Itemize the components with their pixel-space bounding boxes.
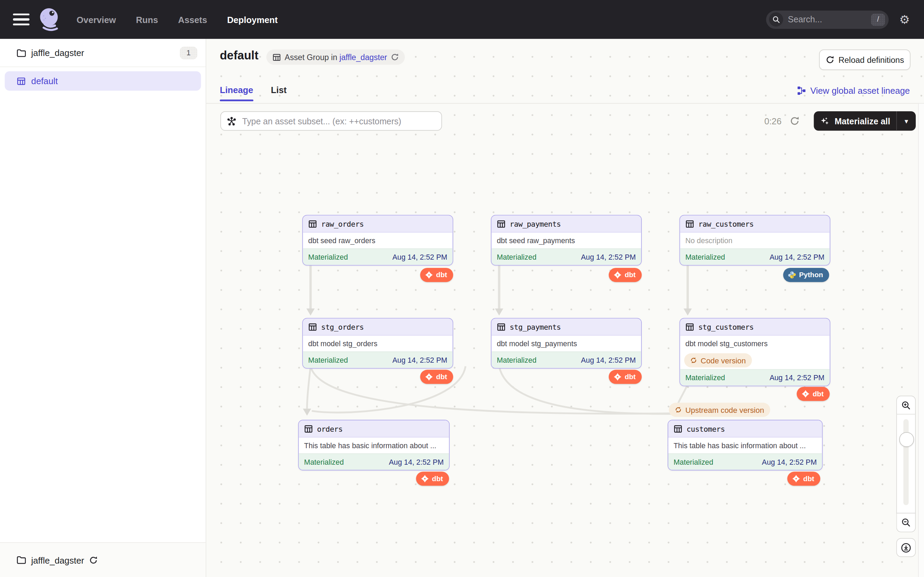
python-kind-badge[interactable]: Python: [783, 268, 829, 282]
asset-description: dbt model stg_payments: [491, 335, 641, 351]
asset-node-orders[interactable]: orders This table has basic information …: [298, 420, 450, 470]
code-version-icon: [675, 406, 682, 414]
asset-description: dbt seed raw_payments: [491, 232, 641, 248]
code-version-icon: [690, 357, 697, 364]
status-badge: Materialized: [309, 253, 348, 261]
settings-gear-icon[interactable]: ⚙: [899, 13, 910, 25]
asset-subset-input[interactable]: [241, 116, 436, 126]
materialized-timestamp[interactable]: Aug 14, 2:52 PM: [393, 253, 447, 261]
group-tag-link[interactable]: jaffle_dagster: [339, 53, 388, 61]
dbt-kind-badge[interactable]: dbt: [416, 472, 449, 486]
dagster-logo-icon[interactable]: [36, 6, 62, 32]
zoom-in-button[interactable]: [896, 396, 916, 414]
zoom-out-button[interactable]: [896, 514, 916, 532]
reload-definitions-button[interactable]: Reload definitions: [819, 50, 911, 70]
search-placeholder: Search...: [788, 15, 871, 24]
header-divider: [205, 103, 924, 104]
dbt-kind-badge[interactable]: dbt: [420, 370, 453, 384]
refresh-icon[interactable]: [89, 555, 98, 564]
nav-item-deployment[interactable]: Deployment: [227, 15, 278, 24]
op-selector-icon: [227, 116, 236, 126]
upstream-code-version-tag[interactable]: Upstream code version: [669, 403, 770, 417]
table-icon: [685, 322, 695, 331]
upstream-code-version-label: Upstream code version: [685, 405, 764, 414]
asset-name: customers: [687, 424, 725, 433]
code-location-label: jaffle_dagster: [31, 48, 84, 58]
nav-item-runs[interactable]: Runs: [136, 15, 158, 24]
dbt-kind-badge[interactable]: dbt: [797, 387, 829, 401]
table-icon: [497, 219, 506, 228]
asset-name: stg_orders: [321, 322, 364, 331]
materialized-timestamp[interactable]: Aug 14, 2:52 PM: [770, 253, 825, 261]
asset-node-stg-customers[interactable]: stg_customers dbt model stg_customers Co…: [680, 318, 830, 386]
view-global-asset-lineage-link[interactable]: View global asset lineage: [797, 85, 910, 95]
asset-node-raw-payments[interactable]: raw_payments dbt seed raw_payments Mater…: [491, 215, 642, 266]
asset-description: dbt model stg_customers: [680, 335, 829, 351]
materialized-timestamp[interactable]: Aug 14, 2:52 PM: [770, 374, 825, 382]
materialize-all-button[interactable]: Materialize all ▾: [814, 111, 916, 131]
asset-description: dbt model stg_orders: [303, 335, 452, 351]
reload-definitions-label: Reload definitions: [838, 55, 904, 64]
dbt-kind-badge[interactable]: dbt: [787, 472, 820, 486]
asset-node-customers[interactable]: customers This table has basic informati…: [667, 420, 822, 470]
dagster-app: Overview Runs Assets Deployment Search..…: [0, 0, 924, 577]
tab-lineage[interactable]: Lineage: [220, 85, 253, 95]
status-badge: Materialized: [304, 458, 344, 466]
table-icon: [674, 424, 682, 433]
materialized-timestamp[interactable]: Aug 14, 2:52 PM: [389, 458, 444, 466]
sidebar-code-location[interactable]: jaffle_dagster 1: [0, 39, 205, 67]
asset-name: raw_payments: [510, 219, 561, 228]
table-icon: [309, 322, 317, 331]
group-count-badge: 1: [180, 47, 197, 60]
status-badge: Materialized: [674, 458, 713, 466]
refresh-icon[interactable]: [790, 116, 800, 126]
refresh-timer: 0:26: [764, 116, 781, 126]
asset-name: raw_orders: [321, 219, 364, 228]
asset-node-raw-customers[interactable]: raw_customers No description Materialize…: [680, 215, 830, 266]
asset-name: stg_payments: [510, 322, 561, 331]
search-input[interactable]: Search... /: [766, 10, 889, 29]
tab-list[interactable]: List: [271, 85, 287, 95]
table-icon: [304, 424, 313, 433]
materialized-timestamp[interactable]: Aug 14, 2:52 PM: [581, 253, 636, 261]
materialized-timestamp[interactable]: Aug 14, 2:52 PM: [581, 356, 636, 364]
footer-code-location-label: jaffle_dagster: [31, 555, 84, 565]
asset-group-icon: [16, 76, 26, 85]
sparkles-icon: [820, 116, 830, 126]
zoom-slider-track[interactable]: [896, 414, 916, 514]
download-image-button[interactable]: [896, 538, 916, 557]
nav-item-assets[interactable]: Assets: [178, 15, 207, 24]
search-shortcut-key: /: [871, 13, 885, 26]
code-version-tag[interactable]: Code version: [684, 353, 751, 367]
asset-node-stg-orders[interactable]: stg_orders dbt model stg_orders Material…: [302, 318, 453, 369]
scrollbar-gutter: [918, 104, 924, 577]
materialize-all-label: Materialize all: [835, 116, 890, 126]
asset-node-stg-payments[interactable]: stg_payments dbt model stg_payments Mate…: [491, 318, 642, 369]
search-icon: [769, 12, 783, 26]
dbt-kind-badge[interactable]: dbt: [609, 268, 641, 282]
view-global-asset-lineage-label: View global asset lineage: [810, 85, 910, 95]
table-icon: [309, 219, 317, 228]
nav-links: Overview Runs Assets Deployment: [77, 15, 278, 24]
nav-item-overview[interactable]: Overview: [77, 15, 116, 24]
dbt-kind-badge[interactable]: dbt: [609, 370, 641, 384]
code-version-label: Code version: [701, 356, 746, 365]
asset-name: orders: [317, 424, 342, 433]
asset-name: stg_customers: [698, 322, 753, 331]
materialize-dropdown-caret[interactable]: ▾: [897, 117, 916, 125]
sidebar-footer: jaffle_dagster: [0, 542, 205, 577]
sidebar-item-default[interactable]: default: [5, 71, 201, 91]
menu-icon[interactable]: [13, 13, 29, 25]
asset-subset-filter[interactable]: [220, 111, 442, 131]
materialized-timestamp[interactable]: Aug 14, 2:52 PM: [393, 356, 447, 364]
sidebar: jaffle_dagster 1 default jaffle_dagster: [0, 39, 206, 577]
sidebar-item-label: default: [31, 76, 58, 86]
asset-description: dbt seed raw_orders: [303, 232, 452, 248]
zoom-slider-knob[interactable]: [899, 432, 914, 447]
folder-icon: [16, 48, 26, 57]
dbt-kind-badge[interactable]: dbt: [420, 268, 453, 282]
asset-node-raw-orders[interactable]: raw_orders dbt seed raw_orders Materiali…: [302, 215, 453, 266]
status-badge: Materialized: [685, 253, 725, 261]
refresh-icon[interactable]: [391, 53, 399, 61]
materialized-timestamp[interactable]: Aug 14, 2:52 PM: [762, 458, 817, 466]
